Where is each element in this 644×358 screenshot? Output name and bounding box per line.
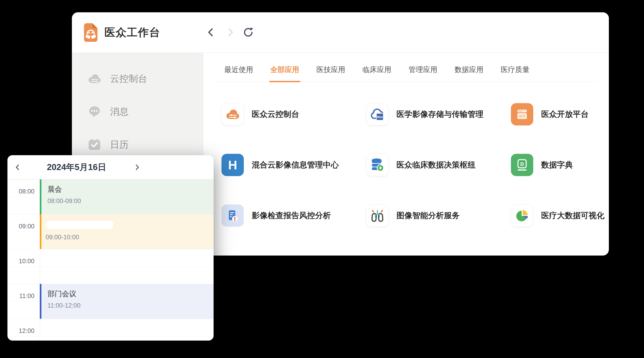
nav-back-button[interactable] [205, 26, 217, 38]
sidebar-item-label: 日历 [110, 138, 129, 151]
app-logo-icon [84, 23, 98, 42]
message-icon [88, 105, 101, 118]
app-name: 医学影像存储与传输管理 [396, 109, 484, 120]
tab-recent[interactable]: 最近使用 [224, 65, 253, 82]
app-bigdata-visualization[interactable]: 医疗大数据可视化 [511, 204, 604, 227]
tab-quality[interactable]: 医疗质量 [501, 65, 530, 82]
main-content: 最近使用 全部应用 医技应用 临床应用 管理应用 数据应用 医疗质量 [203, 53, 609, 256]
svg-text:</>: </> [519, 114, 525, 118]
window-header: 医众工作台 [72, 12, 609, 53]
calendar-date: 2024年5月16日 [30, 155, 123, 179]
sidebar-item-label: 云控制台 [110, 72, 147, 85]
svg-text:Mos: Mos [377, 115, 383, 119]
sidebar-item-cloud-console[interactable]: 云控制台 [72, 62, 203, 95]
cloud-mos-icon: Mos [366, 103, 388, 126]
time-label: 10:00 [8, 258, 34, 265]
app-grid: 医众云控制台 Mos 医学影像存储与传输管理 [214, 82, 598, 227]
tab-management[interactable]: 管理应用 [408, 65, 438, 82]
app-name: 医众开放平台 [541, 109, 589, 120]
calendar-day-grid: 08:00 09:00 10:00 11:00 12:00 晨会 08:00-0… [8, 179, 214, 341]
letter-h: H [228, 158, 237, 172]
hour-row: 12:00 [8, 319, 214, 341]
clinical-database-icon [366, 154, 388, 176]
sidebar-item-messages[interactable]: 消息 [72, 95, 203, 128]
event-title: 部门会议 [48, 289, 214, 299]
cloud-settings-icon [88, 72, 101, 85]
lungs-ai-icon [366, 204, 388, 227]
app-name: 医众云控制台 [252, 109, 299, 120]
event-time: 09:00-10:00 [46, 234, 214, 241]
time-label: 12:00 [8, 327, 34, 335]
calendar-panel: 2024年5月16日 08:00 09:00 10:00 11:00 12:00 [8, 155, 214, 341]
calendar-prev-day-button[interactable] [12, 155, 23, 179]
app-name: 图像智能分析服务 [396, 210, 460, 221]
tab-clinical[interactable]: 临床应用 [362, 65, 391, 82]
app-cloud-console[interactable]: 医众云控制台 [222, 103, 366, 126]
app-open-platform[interactable]: </> 医众开放平台 [511, 103, 604, 126]
app-report-risk-analysis[interactable]: 影像检查报告风控分析 [222, 204, 366, 227]
app-name: 影像检查报告风控分析 [252, 210, 331, 221]
tab-medtech[interactable]: 医技应用 [316, 65, 345, 82]
app-hybrid-cloud-imaging[interactable]: H 混合云影像信息管理中心 [222, 154, 366, 176]
svg-text:D: D [520, 161, 524, 167]
event-time: 08:00-09:00 [48, 197, 214, 205]
chevron-left-icon [206, 27, 216, 38]
event-title: 晨会 [48, 184, 214, 194]
calendar-event-morning-meeting[interactable]: 晨会 08:00-09:00 [40, 179, 214, 214]
hour-row: 10:00 [8, 249, 214, 284]
refresh-icon [243, 27, 254, 38]
open-platform-icon: </> [511, 103, 533, 126]
sidebar-item-label: 消息 [110, 105, 129, 118]
app-imaging-storage[interactable]: Mos 医学影像存储与传输管理 [366, 103, 511, 126]
chevron-left-icon [14, 163, 22, 171]
chevron-right-icon [133, 163, 141, 171]
chevron-right-icon [225, 27, 236, 38]
tab-data[interactable]: 数据应用 [454, 65, 484, 82]
screenshot-root: 医众工作台 [0, 0, 644, 358]
calendar-next-day-button[interactable] [132, 155, 142, 179]
redacted-title-pill [46, 221, 114, 229]
pie-chart-icon [511, 204, 533, 227]
app-category-tabs: 最近使用 全部应用 医技应用 临床应用 管理应用 数据应用 医疗质量 [214, 53, 598, 82]
report-risk-icon [222, 204, 244, 227]
tab-all-apps[interactable]: 全部应用 [270, 65, 299, 82]
calendar-event-department-meeting[interactable]: 部门会议 11:00-12:00 [40, 284, 214, 319]
app-title: 医众工作台 [104, 12, 160, 52]
time-label: 09:00 [8, 223, 34, 230]
nav-refresh-button[interactable] [242, 26, 254, 38]
app-name: 数据字典 [541, 160, 573, 170]
app-name: 医疗大数据可视化 [541, 210, 604, 221]
app-name: 医众临床数据决策枢纽 [396, 160, 476, 170]
hybrid-cloud-icon: H [222, 154, 244, 176]
time-label: 11:00 [8, 293, 34, 300]
app-data-dictionary[interactable]: D 数据字典 [511, 154, 604, 176]
time-label: 08:00 [8, 188, 34, 195]
app-image-ai-analysis[interactable]: 图像智能分析服务 [366, 204, 511, 227]
event-time: 11:00-12:00 [48, 302, 214, 309]
calendar-icon [88, 138, 101, 151]
data-dictionary-icon: D [511, 154, 533, 176]
app-clinical-data-hub[interactable]: 医众临床数据决策枢纽 [366, 154, 511, 176]
calendar-header: 2024年5月16日 [8, 155, 214, 179]
calendar-event-redacted[interactable]: 09:00-10:00 [40, 214, 214, 249]
cloud-console-icon [222, 103, 244, 126]
app-name: 混合云影像信息管理中心 [252, 160, 339, 170]
nav-forward-button[interactable] [224, 26, 236, 38]
